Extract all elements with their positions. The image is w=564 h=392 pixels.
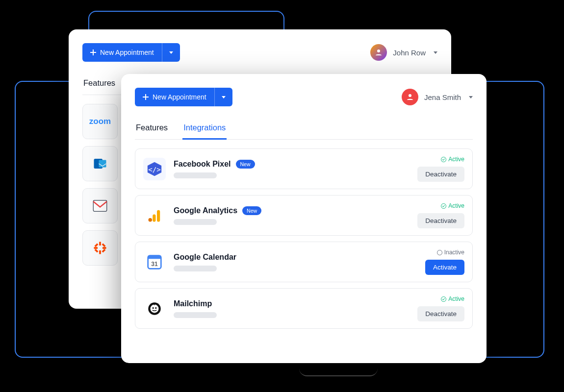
integration-list: </> Facebook Pixel New Active Deactivate <box>135 148 473 329</box>
google-calendar-icon: 31 <box>143 251 166 273</box>
svg-rect-16 <box>153 214 155 221</box>
svg-rect-19 <box>148 255 161 259</box>
zapier-icon <box>82 230 118 266</box>
chevron-down-icon <box>169 51 173 54</box>
svg-rect-11 <box>102 243 106 247</box>
check-circle-icon <box>441 296 446 302</box>
new-appointment-main[interactable]: New Appointment <box>82 43 162 62</box>
svg-text:31: 31 <box>151 261 158 268</box>
svg-rect-6 <box>94 247 98 249</box>
new-appointment-main[interactable]: New Appointment <box>135 88 214 106</box>
circle-icon <box>437 250 442 255</box>
check-circle-icon <box>441 203 446 209</box>
tabs: Features Integrations <box>135 119 473 140</box>
mailchimp-icon <box>143 297 166 320</box>
description-placeholder <box>174 172 217 178</box>
new-badge: New <box>242 206 261 215</box>
svg-point-0 <box>377 49 380 52</box>
deactivate-button[interactable]: Deactivate <box>417 167 464 182</box>
tab-features[interactable]: Features <box>135 119 169 140</box>
window-front: New Appointment Jena Smith Features Inte… <box>121 74 487 363</box>
integration-row-mailchimp: Mailchimp Active Deactivate <box>135 288 473 329</box>
integration-title: Google Calendar <box>174 253 236 262</box>
avatar <box>370 44 387 61</box>
chevron-down-icon <box>434 51 437 54</box>
integration-title: Facebook Pixel <box>174 160 231 169</box>
outlook-icon <box>82 146 118 181</box>
description-placeholder <box>174 219 217 225</box>
new-appointment-button[interactable]: New Appointment <box>135 88 232 106</box>
new-appointment-label: New Appointment <box>153 93 206 101</box>
integration-row-google-calendar: 31 Google Calendar Inactive Activate <box>135 242 473 282</box>
topbar: New Appointment Jena Smith <box>135 88 473 106</box>
zoom-icon: zoom <box>82 104 118 139</box>
svg-point-15 <box>149 218 153 222</box>
chevron-down-icon <box>469 96 473 98</box>
svg-rect-8 <box>95 243 99 247</box>
avatar <box>402 89 418 105</box>
user-name: Jena Smith <box>424 93 461 101</box>
mail-icon <box>82 188 118 223</box>
new-badge: New <box>236 160 255 169</box>
svg-text:</>: </> <box>148 165 161 173</box>
user-name: John Row <box>393 49 426 57</box>
topbar: New Appointment John Row <box>82 43 437 62</box>
deactivate-button[interactable]: Deactivate <box>417 213 464 228</box>
activate-button[interactable]: Activate <box>425 260 464 275</box>
svg-point-23 <box>152 307 154 308</box>
description-placeholder <box>174 312 217 318</box>
svg-rect-9 <box>102 249 106 253</box>
svg-point-22 <box>151 304 159 313</box>
new-appointment-dropdown[interactable] <box>162 43 180 62</box>
new-appointment-button[interactable]: New Appointment <box>82 43 180 62</box>
svg-rect-5 <box>99 250 101 254</box>
svg-point-12 <box>409 94 411 97</box>
plus-icon <box>90 49 96 55</box>
integration-title: Mailchimp <box>174 299 212 308</box>
check-circle-icon <box>441 157 446 162</box>
tab-integrations[interactable]: Integrations <box>182 119 227 140</box>
svg-rect-7 <box>103 247 106 249</box>
plus-icon <box>143 94 149 100</box>
svg-point-24 <box>155 307 156 308</box>
google-analytics-icon <box>143 204 166 227</box>
svg-rect-4 <box>99 242 101 246</box>
integration-row-facebook-pixel: </> Facebook Pixel New Active Deactivate <box>135 148 473 189</box>
integration-row-google-analytics: Google Analytics New Active Deactivate <box>135 195 473 236</box>
status-badge: Active <box>441 295 464 302</box>
svg-rect-3 <box>93 200 107 212</box>
status-badge: Active <box>441 156 464 163</box>
user-menu[interactable]: Jena Smith <box>402 89 473 105</box>
chevron-down-icon <box>222 96 226 98</box>
tab-features[interactable]: Features <box>82 74 116 95</box>
integration-title: Google Analytics <box>174 206 237 215</box>
status-badge: Active <box>441 202 464 209</box>
status-badge: Inactive <box>437 249 464 256</box>
new-appointment-dropdown[interactable] <box>214 88 232 106</box>
user-menu[interactable]: John Row <box>370 44 437 61</box>
new-appointment-label: New Appointment <box>100 49 154 56</box>
facebook-pixel-icon: </> <box>143 158 166 180</box>
deactivate-button[interactable]: Deactivate <box>417 306 464 321</box>
svg-rect-17 <box>157 210 160 221</box>
svg-rect-10 <box>95 249 99 253</box>
description-placeholder <box>174 266 217 271</box>
